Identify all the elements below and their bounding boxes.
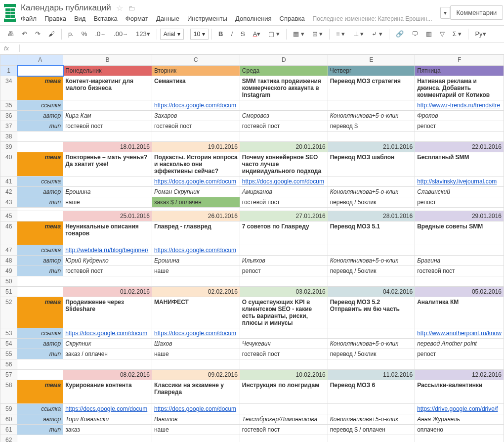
link-cell[interactable] (328, 328, 415, 339)
col-header-A[interactable]: A (17, 55, 63, 66)
date-cell[interactable]: 26.01.2016 (152, 211, 240, 221)
day-header[interactable]: Понедельник (63, 66, 152, 76)
date-cell[interactable]: 02.02.2016 (152, 287, 240, 297)
menu-edit[interactable]: Правка (44, 15, 66, 22)
menu-addons[interactable]: Дополнения (235, 15, 272, 22)
avtor-cell[interactable]: Ерошина (152, 256, 240, 266)
row-header[interactable]: 51 (0, 287, 17, 297)
row-header[interactable]: 56 (0, 359, 17, 370)
cell[interactable] (328, 359, 415, 370)
row-header[interactable]: 60 (0, 414, 17, 425)
avtor-cell[interactable]: Сморовоз (240, 111, 328, 121)
tema-cell[interactable]: Главред - главвред (152, 221, 240, 245)
avtor-cell[interactable]: Конопляникова+5-о-клик (328, 187, 415, 197)
wrap-button[interactable]: ⤶ ▾ (368, 28, 386, 40)
avtor-cell[interactable]: Амирханов (240, 187, 328, 197)
tip-cell[interactable]: репост (415, 121, 504, 132)
cell[interactable] (17, 132, 63, 142)
tema-cell[interactable]: О существующих KPI в клиентском SEO - ка… (240, 297, 328, 328)
row-header[interactable]: 59 (0, 404, 17, 414)
label-tip[interactable]: тип (17, 197, 63, 208)
row-header[interactable]: 37 (0, 121, 17, 132)
avtor-cell[interactable]: Анна Журавель (415, 414, 504, 425)
undo-icon[interactable]: ↶ (18, 28, 31, 40)
avtor-cell[interactable]: Конопляникова+5-о-клик (328, 111, 415, 121)
label-ssylka[interactable]: ссылка (17, 245, 63, 256)
avtor-cell[interactable]: Конопляникова+5-о-клик (328, 414, 415, 425)
cell[interactable] (17, 359, 63, 370)
label-ssylka[interactable]: ссылка (17, 100, 63, 111)
tip-cell[interactable]: гостевой пост (152, 121, 240, 132)
sheets-logo[interactable] (4, 4, 16, 22)
label-avtor[interactable]: автор (17, 256, 63, 266)
row-header[interactable]: 41 (0, 177, 17, 187)
avtor-cell[interactable]: Фролов (415, 111, 504, 121)
row-header[interactable]: 58 (0, 380, 17, 404)
col-header-C[interactable]: C (152, 55, 240, 66)
text-color-button[interactable]: A ▾ (250, 28, 264, 40)
avtor-cell[interactable]: Ерошина (63, 187, 152, 197)
tema-cell[interactable]: Семантика (152, 76, 240, 100)
label-tema[interactable]: тема (17, 297, 63, 328)
link-cell[interactable]: https://docs.google.com/docum (63, 404, 152, 414)
avtor-cell[interactable]: Ильяхов (240, 256, 328, 266)
cell[interactable] (63, 132, 152, 142)
tema-cell[interactable]: Контент-маркетинг для малого бизнеса (63, 76, 152, 100)
tema-cell[interactable]: Перевод МОЗ стратегия (328, 76, 415, 100)
input-lang-button[interactable]: Ру ▾ (471, 28, 489, 40)
day-header[interactable]: Пятница (415, 66, 504, 76)
cell[interactable] (152, 208, 240, 211)
col-header-E[interactable]: E (328, 55, 415, 66)
tip-cell[interactable]: заказ $ / оплачен (152, 197, 240, 208)
cell[interactable] (152, 276, 240, 287)
label-avtor[interactable]: автор (17, 111, 63, 121)
filter-button[interactable]: ▽ (436, 28, 448, 40)
date-cell[interactable]: 22.01.2016 (415, 142, 504, 152)
avtor-cell[interactable]: Кира Кам (63, 111, 152, 121)
tema-cell[interactable]: Нативная реклама и джинса. Добавить комм… (415, 76, 504, 100)
date-cell[interactable]: 27.01.2016 (240, 211, 328, 221)
tema-cell[interactable]: Неуникальные описания товаров (63, 221, 152, 245)
link-cell[interactable]: https://docs.google.com/docum (152, 245, 240, 256)
link-cell[interactable] (240, 245, 328, 256)
tip-cell[interactable]: перевод $ (328, 121, 415, 132)
cell[interactable] (63, 435, 152, 442)
tema-cell[interactable]: Почему конвейерное SEO часто лучше индив… (240, 152, 328, 177)
row-header[interactable]: 40 (0, 152, 17, 177)
cell[interactable] (415, 208, 504, 211)
avtor-cell[interactable]: Роман Скрупник (152, 187, 240, 197)
row-header[interactable]: 38 (0, 132, 17, 142)
cell[interactable] (415, 132, 504, 142)
tema-cell[interactable]: Вредные советы SMM (415, 221, 504, 245)
link-cell[interactable]: https://docs.google.com/docum (152, 328, 240, 339)
tema-cell[interactable]: 7 советов по Главреду (240, 221, 328, 245)
comments-button[interactable]: Комментарии (450, 5, 504, 20)
cell[interactable] (240, 435, 328, 442)
date-cell[interactable]: 08.02.2016 (63, 370, 152, 380)
tema-cell[interactable]: Классики на экзамене у Главреда (152, 380, 240, 404)
cell-A1[interactable] (17, 66, 63, 76)
cell[interactable] (415, 435, 504, 442)
halign-button[interactable]: ≡ ▾ (333, 28, 348, 40)
col-header-F[interactable]: F (415, 55, 504, 66)
tip-cell[interactable]: заказ / оплачен (63, 349, 152, 359)
link-cell[interactable]: https://docs.google.com/docum (152, 100, 240, 111)
tema-cell[interactable]: Повторенье – мать ученья? Да хватит уже! (63, 152, 152, 177)
tip-cell[interactable]: гостевой пост (63, 266, 152, 276)
link-cell[interactable]: http://slavinsky.livejournal.com (415, 177, 504, 187)
label-avtor[interactable]: автор (17, 339, 63, 349)
cell[interactable] (17, 435, 63, 442)
label-tip[interactable]: тип (17, 425, 63, 435)
row-header[interactable]: 43 (0, 197, 17, 208)
date-cell[interactable]: 05.02.2016 (415, 287, 504, 297)
tema-cell[interactable]: Курирование контента (63, 380, 152, 404)
cell[interactable] (17, 276, 63, 287)
avtor-cell[interactable]: Чечукевич (240, 339, 328, 349)
avtor-cell[interactable]: Конопляникова+5-о-клик (328, 256, 415, 266)
row-header[interactable]: 48 (0, 256, 17, 266)
row-header[interactable]: 52 (0, 297, 17, 328)
row-header[interactable]: 54 (0, 339, 17, 349)
merge-button[interactable]: ⊟ ▾ (309, 28, 327, 40)
label-tip[interactable]: тип (17, 349, 63, 359)
tip-cell[interactable]: гостевой пост (240, 349, 328, 359)
